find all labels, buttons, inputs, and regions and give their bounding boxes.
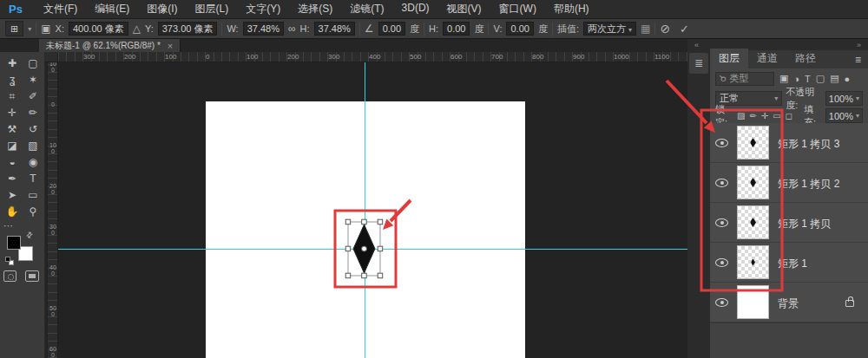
layer-row-rect1-copy2[interactable]: 矩形 1 拷贝 2	[710, 163, 868, 203]
blur-tool-icon[interactable]: ◒	[2, 153, 23, 170]
shape-tool-icon[interactable]: ▭	[23, 186, 43, 203]
gradient-tool-icon[interactable]: ▧	[23, 137, 43, 153]
menu-edit[interactable]: 编辑(E)	[86, 2, 138, 16]
menu-layer[interactable]: 图层(L)	[187, 2, 238, 16]
clone-stamp-tool-icon[interactable]: ⚒	[2, 120, 23, 137]
screen-mode-icon[interactable]	[25, 270, 39, 282]
ruler-label: 600	[49, 346, 56, 358]
lasso-tool-icon[interactable]: ʓ	[2, 71, 23, 88]
lock-position-icon[interactable]: ✛	[761, 111, 768, 120]
visibility-eye-icon[interactable]	[715, 218, 728, 227]
lock-image-icon[interactable]: ✏	[749, 111, 756, 120]
lock-all-icon[interactable]: ◻	[786, 111, 792, 120]
tab-paths[interactable]: 路径	[786, 49, 825, 68]
canvas[interactable]	[206, 101, 525, 358]
visibility-eye-icon[interactable]	[715, 258, 728, 267]
maintain-aspect-ratio-icon[interactable]: ∞	[288, 23, 296, 35]
menu-image[interactable]: 图像(I)	[138, 2, 186, 16]
default-colors-icon[interactable]	[5, 257, 14, 265]
move-tool-icon[interactable]: ✚	[2, 55, 23, 71]
skew-h-input[interactable]: 0.00	[443, 22, 470, 36]
tab-layers[interactable]: 图层	[710, 49, 748, 68]
filter-type-layers-icon[interactable]: T	[805, 74, 811, 84]
collapsed-panel-icon[interactable]: ≣	[689, 53, 708, 74]
edit-toolbar-icon[interactable]: ⋯	[3, 220, 14, 231]
lock-artboard-icon[interactable]: ▭	[773, 111, 780, 120]
foreground-color-swatch[interactable]	[7, 236, 21, 250]
layer-thumbnail[interactable]	[737, 166, 769, 199]
menu-select[interactable]: 选择(S)	[289, 2, 341, 16]
menu-3d[interactable]: 3D(D)	[393, 2, 438, 16]
type-tool-icon[interactable]: T	[23, 170, 43, 186]
current-tool-icon[interactable]: ⊞	[5, 21, 23, 36]
close-icon[interactable]: ×	[168, 41, 173, 51]
commit-transform-icon[interactable]: ✓	[680, 23, 689, 36]
layer-row-rect1[interactable]: 矩形 1	[710, 243, 868, 283]
filter-pixel-layers-icon[interactable]: ▣	[779, 73, 788, 84]
layer-thumbnail[interactable]	[737, 245, 769, 279]
magic-wand-tool-icon[interactable]: ✶	[23, 71, 43, 88]
horizontal-ruler[interactable]: 3002001000100200300400500600700800900100…	[58, 52, 687, 62]
fill-input[interactable]: 100% ▾	[825, 108, 863, 123]
collapse-panels-icon[interactable]: «	[694, 41, 699, 49]
expand-panels-icon[interactable]: »	[857, 41, 861, 49]
interpolation-select[interactable]: 两次立方 ▾	[583, 22, 636, 36]
eraser-tool-icon[interactable]: ◪	[2, 137, 23, 153]
healing-brush-tool-icon[interactable]: ✛	[2, 104, 23, 120]
lock-icons: ▨✏✛▭◻	[737, 111, 792, 120]
layer-row-rect1-copy[interactable]: 矩形 1 拷贝	[710, 203, 868, 243]
rotate-input[interactable]: 0.00	[378, 22, 405, 36]
x-input[interactable]: 400.00 像素	[69, 22, 128, 36]
warp-mode-icon[interactable]: ▦	[641, 23, 650, 35]
menu-file[interactable]: 文件(F)	[35, 2, 86, 16]
tab-channels[interactable]: 通道	[748, 49, 786, 68]
width-input[interactable]: 37.48%	[243, 22, 284, 36]
tool-preset-chevron-icon[interactable]: ▾	[28, 25, 31, 33]
blend-row: 正常 ▾ 不透明度: 100% ▾	[710, 88, 868, 108]
vertical-ruler[interactable]: 1000100200300400500600	[48, 62, 58, 358]
relative-position-icon[interactable]: △	[133, 23, 141, 35]
layers-list: 矩形 1 拷贝 3 矩形 1 拷贝 2 矩形 1 拷贝 矩形 1 背景	[710, 123, 868, 322]
height-input[interactable]: 37.48%	[314, 22, 355, 36]
panel-menu-icon[interactable]: ≡	[848, 54, 868, 68]
lock-transparency-icon[interactable]: ▨	[737, 111, 745, 120]
filter-kind-select[interactable]: ⚲ 类型	[715, 72, 774, 86]
visibility-eye-icon[interactable]	[715, 139, 728, 147]
cancel-transform-icon[interactable]: ⊘	[660, 22, 670, 36]
menu-help[interactable]: 帮助(H)	[545, 2, 598, 16]
path-selection-tool-icon[interactable]: ➤	[2, 186, 23, 203]
zoom-tool-icon[interactable]: ⚲	[23, 203, 43, 219]
pen-tool-icon[interactable]: ✒	[2, 170, 23, 186]
layer-row-background[interactable]: 背景	[710, 283, 868, 322]
ruler-label: 100	[165, 53, 176, 61]
dodge-tool-icon[interactable]: ◉	[23, 153, 43, 170]
brush-tool-icon[interactable]: ✏	[23, 104, 43, 120]
filter-adjustment-layers-icon[interactable]: ◑	[793, 74, 799, 84]
quick-mask-icon[interactable]	[3, 270, 16, 282]
crop-tool-icon[interactable]: ⌗	[2, 88, 23, 104]
opacity-input[interactable]: 100% ▾	[825, 91, 863, 106]
layer-thumbnail[interactable]	[737, 126, 769, 159]
reference-point-locator-icon[interactable]: ▣	[41, 23, 50, 35]
menu-filter[interactable]: 滤镜(T)	[341, 2, 392, 16]
eyedropper-tool-icon[interactable]: ✐	[23, 88, 43, 104]
menu-type[interactable]: 文字(Y)	[237, 2, 289, 16]
filter-toggle-icon[interactable]: ●	[845, 74, 851, 84]
skew-v-input[interactable]: 0.00	[506, 22, 533, 36]
swap-colors-icon[interactable]: ⇄	[24, 230, 35, 240]
layer-thumbnail[interactable]	[737, 285, 769, 319]
history-brush-tool-icon[interactable]: ↺	[23, 120, 43, 137]
menu-window[interactable]: 窗口(W)	[490, 2, 545, 16]
layer-thumbnail[interactable]	[737, 205, 769, 239]
filter-smart-objects-icon[interactable]: ▤	[830, 73, 838, 84]
marquee-tool-icon[interactable]: ▢	[23, 55, 43, 71]
visibility-eye-icon[interactable]	[715, 179, 728, 187]
document-tab[interactable]: 未标题-1 @ 62.1%(RGB/8#) * ×	[39, 39, 181, 52]
visibility-eye-icon[interactable]	[715, 298, 728, 307]
menu-view[interactable]: 视图(V)	[438, 2, 490, 16]
hand-tool-icon[interactable]: ✋	[2, 203, 23, 219]
y-input[interactable]: 373.00 像素	[158, 22, 218, 36]
layer-row-rect1-copy3[interactable]: 矩形 1 拷贝 3	[710, 123, 868, 163]
filter-shape-layers-icon[interactable]: ▢	[816, 73, 825, 84]
photoshop-window: Ps 文件(F)编辑(E)图像(I)图层(L)文字(Y)选择(S)滤镜(T)3D…	[0, 0, 868, 358]
